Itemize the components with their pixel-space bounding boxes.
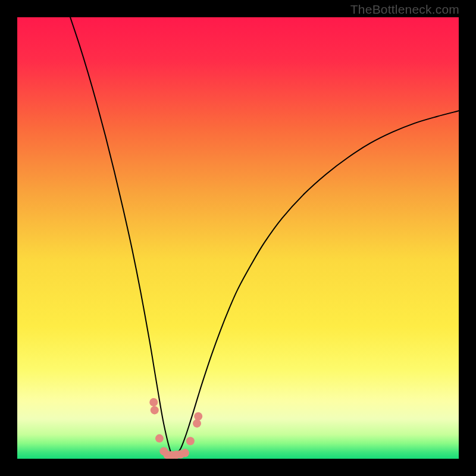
outer-frame: TheBottleneck.com [0,0,476,476]
highlight-dot [149,398,158,406]
watermark-text: TheBottleneck.com [350,2,459,17]
highlight-dot [155,434,164,443]
highlight-dot [194,412,202,421]
gradient-background [17,17,459,459]
highlight-dot [193,419,201,428]
highlight-dot [181,449,189,457]
chart-canvas [17,17,459,459]
highlight-dot [151,406,159,414]
highlight-dot [186,437,195,445]
plot-area [17,17,459,459]
